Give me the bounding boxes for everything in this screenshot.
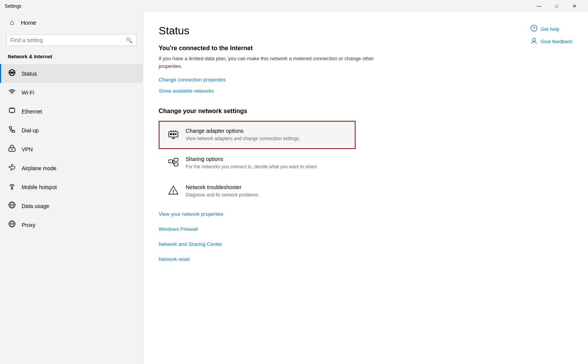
sharing-icon: [167, 157, 180, 170]
change-connection-link[interactable]: Change connection properties: [159, 77, 225, 83]
sidebar-item-hotspot[interactable]: Mobile hotspot: [0, 178, 143, 196]
helper-links: ? Get help Give feedback: [530, 25, 573, 46]
adapter-card-desc: View network adapters and change connect…: [186, 135, 347, 142]
svg-rect-30: [173, 133, 175, 135]
svg-text:?: ?: [533, 26, 535, 30]
proxy-icon: [8, 220, 16, 230]
search-icon: 🔍: [126, 37, 132, 43]
svg-point-38: [173, 192, 174, 193]
view-properties-link[interactable]: View your network properties: [159, 211, 573, 217]
svg-point-22: [532, 38, 535, 41]
give-feedback-link[interactable]: Give feedback: [530, 37, 573, 46]
search-input[interactable]: [10, 37, 123, 43]
sidebar-item-home[interactable]: ⌂ Home: [0, 12, 143, 33]
ethernet-icon: [8, 107, 16, 116]
troubleshooter-icon: [167, 185, 180, 198]
troubleshooter-card-title: Network troubleshooter: [186, 184, 347, 190]
sidebar-dialup-label: Dial-up: [22, 127, 39, 134]
svg-rect-4: [9, 108, 15, 112]
status-icon: [8, 69, 16, 78]
firewall-link[interactable]: Windows Firewall: [159, 226, 573, 232]
sidebar-wifi-label: Wi-Fi: [22, 90, 34, 96]
sidebar-status-label: Status: [22, 71, 37, 77]
sidebar: ⌂ Home 🔍 Network & Internet Status: [0, 12, 143, 364]
svg-rect-33: [174, 158, 178, 161]
window-title: Settings: [5, 3, 530, 9]
sidebar-hotspot-label: Mobile hotspot: [22, 184, 57, 190]
window-controls: — □ ✕: [530, 0, 583, 12]
app-body: ⌂ Home 🔍 Network & Internet Status: [0, 12, 588, 364]
connection-desc: If you have a limited data plan, you can…: [159, 55, 375, 70]
sharing-card-desc: For the networks you connect to, decide …: [186, 164, 347, 170]
airplane-icon: [8, 163, 16, 173]
minimize-button[interactable]: —: [530, 0, 548, 12]
give-feedback-label: Give feedback: [541, 39, 573, 44]
sidebar-airplane-label: Airplane mode: [22, 165, 56, 171]
get-help-link[interactable]: ? Get help: [530, 25, 573, 33]
page-title: Status: [159, 25, 573, 37]
troubleshooter-card-desc: Diagnose and fix network problems.: [186, 192, 347, 198]
hotspot-icon: [8, 182, 16, 192]
search-box: 🔍: [6, 34, 137, 46]
sidebar-home-label: Home: [21, 19, 36, 26]
sidebar-vpn-label: VPN: [22, 146, 33, 152]
get-help-label: Get help: [541, 26, 559, 32]
show-networks-link[interactable]: Show available networks: [159, 88, 214, 94]
svg-line-36: [173, 161, 174, 164]
datausage-icon: [8, 201, 16, 211]
adapter-icon: [167, 129, 180, 142]
content-area: ? Get help Give feedback Status You're c…: [143, 12, 588, 364]
sidebar-item-vpn[interactable]: VPN: [0, 140, 143, 159]
sidebar-item-ethernet[interactable]: Ethernet: [0, 102, 143, 121]
troubleshooter-card[interactable]: Network troubleshooter Diagnose and fix …: [159, 177, 356, 205]
sharing-options-card[interactable]: Sharing options For the networks you con…: [159, 149, 356, 177]
adapter-card-title: Change adapter options: [186, 128, 347, 134]
svg-rect-34: [174, 163, 178, 166]
sidebar-item-airplane[interactable]: Airplane mode: [0, 159, 143, 178]
sidebar-datausage-label: Data usage: [22, 203, 49, 209]
sidebar-item-datausage[interactable]: Data usage: [0, 196, 143, 215]
connection-status-heading: You're connected to the Internet: [159, 45, 573, 52]
adapter-options-card[interactable]: Change adapter options View network adap…: [159, 121, 356, 149]
close-button[interactable]: ✕: [566, 0, 583, 12]
sharing-card-title: Sharing options: [186, 156, 347, 162]
sidebar-item-status[interactable]: Status: [0, 64, 143, 83]
titlebar: Settings — □ ✕: [0, 0, 588, 12]
sidebar-proxy-label: Proxy: [22, 222, 36, 228]
svg-rect-31: [175, 133, 176, 135]
sidebar-item-wifi[interactable]: Wi-Fi: [0, 83, 143, 102]
svg-rect-32: [169, 160, 173, 163]
sidebar-item-dialup[interactable]: Dial-up: [0, 121, 143, 140]
network-reset-link[interactable]: Network reset: [159, 256, 573, 262]
sidebar-section-title: Network & Internet: [0, 51, 143, 64]
svg-point-10: [12, 149, 13, 150]
bottom-links: View your network properties Windows Fir…: [159, 211, 573, 267]
feedback-icon: [530, 37, 537, 46]
home-icon: ⌂: [8, 19, 16, 27]
get-help-icon: ?: [530, 25, 537, 33]
wifi-icon: [8, 88, 16, 97]
dialup-icon: [8, 125, 16, 135]
vpn-icon: [8, 144, 16, 154]
sidebar-ethernet-label: Ethernet: [22, 108, 42, 115]
svg-rect-29: [170, 133, 172, 135]
sidebar-item-proxy[interactable]: Proxy: [0, 215, 143, 234]
maximize-button[interactable]: □: [548, 0, 566, 12]
sharing-center-link[interactable]: Network and Sharing Center: [159, 241, 573, 247]
change-settings-heading: Change your network settings: [159, 108, 573, 115]
